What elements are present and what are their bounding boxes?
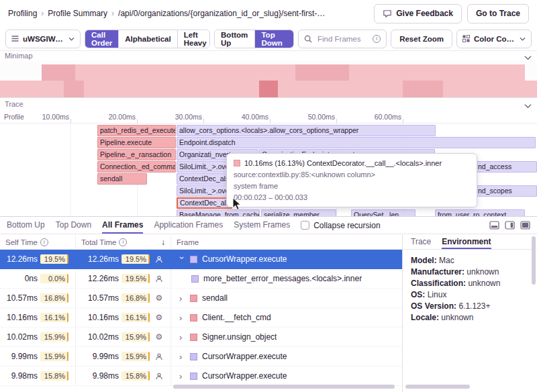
gear-icon: ⚙ xyxy=(154,313,164,322)
self-time-header[interactable]: Self Time i xyxy=(0,235,76,249)
sort-left-heavy-button[interactable]: Left Heavy xyxy=(177,30,210,48)
expand-chevron[interactable]: › xyxy=(177,256,187,262)
self-time-percent: 19.5% xyxy=(40,254,68,264)
detail-field: Locale: unknown xyxy=(411,312,529,324)
flame-frame[interactable]: Endpoint.dispatch xyxy=(177,137,536,148)
breadcrumb-profiling[interactable]: Profiling xyxy=(8,9,37,18)
flame-frame[interactable]: Connection._ed_command xyxy=(97,161,176,173)
table-row[interactable]: 10.02ms 15.9% 10.02ms 15.9% ⚙ › Signer.u… xyxy=(0,328,402,347)
sort-call-order-button[interactable]: Call Order xyxy=(85,30,118,48)
frame-header-label: Frame xyxy=(177,238,199,246)
gridline xyxy=(70,124,71,216)
flame-frame[interactable]: Pipeline._e_ransaction xyxy=(97,149,176,160)
total-time-percent: 15.8% xyxy=(121,371,150,381)
tab-all-frames[interactable]: All Frames xyxy=(102,217,143,234)
detail-field: Model: Mac xyxy=(411,255,529,266)
flame-frame[interactable]: QuerySet._len xyxy=(351,209,416,216)
table-row[interactable]: 10.16ms 16.1% 10.16ms 16.1% ⚙ › Client._… xyxy=(0,308,402,328)
gear-icon: ⚙ xyxy=(154,294,164,302)
expand-chevron[interactable]: › xyxy=(179,293,185,303)
flame-frame[interactable]: SiloLimit._>.over xyxy=(177,185,232,197)
flame-frame[interactable]: BaseManage_from_cache xyxy=(177,209,260,216)
find-frames-search: i xyxy=(298,30,387,48)
flame-chart[interactable]: patch_redis_ed_execute allow_cors_option… xyxy=(0,124,537,216)
field-label: Model: xyxy=(411,256,437,265)
tab-bottom-up[interactable]: Bottom Up xyxy=(7,217,45,234)
sort-alphabetical-button[interactable]: Alphabetical xyxy=(118,30,177,48)
search-info-icon[interactable]: i xyxy=(373,35,381,43)
info-icon[interactable]: i xyxy=(40,238,48,246)
tooltip-time-range: 00:00.023 – 00:00.033 xyxy=(234,193,470,201)
give-feedback-button[interactable]: Give Feedback xyxy=(374,4,462,23)
details-tab-trace[interactable]: Trace xyxy=(411,235,431,249)
table-row[interactable]: 9.99ms 15.9% 9.99ms 15.9% › CursorWrappe… xyxy=(0,347,402,366)
frame-color-swatch xyxy=(190,334,197,341)
expand-chevron[interactable]: › xyxy=(179,371,185,381)
flame-frame[interactable]: allow_cors_options.<locals>.allow_cors_o… xyxy=(177,125,436,136)
go-to-trace-button[interactable]: Go to Trace xyxy=(467,4,529,23)
thread-selector-dropdown[interactable]: uWSGIWor… xyxy=(5,30,81,48)
sort-descending-icon[interactable]: ↓ xyxy=(161,238,165,247)
table-row[interactable]: 12.26ms 19.5% 12.26ms 19.5% › CursorWrap… xyxy=(0,250,402,269)
tooltip-source: source:contextlib.py:85:<unknown column> xyxy=(234,170,470,179)
flame-frame[interactable]: from_user_ro_context xyxy=(435,209,525,216)
flame-frame[interactable]: nd_access xyxy=(475,161,537,173)
user-icon xyxy=(154,352,164,361)
tab-application-frames[interactable]: Application Frames xyxy=(154,217,223,234)
tab-system-frames[interactable]: System Frames xyxy=(234,217,290,234)
self-time-percent: 16.8% xyxy=(40,293,68,303)
field-value: Mac xyxy=(439,256,454,265)
tab-top-down[interactable]: Top Down xyxy=(56,217,91,234)
flame-frame[interactable]: patch_redis_ed_execute xyxy=(97,125,176,136)
flame-frame[interactable]: Pipeline.execute xyxy=(97,137,176,148)
collapse-recursion-label: Collapse recursion xyxy=(313,221,380,230)
reset-zoom-button[interactable]: Reset Zoom xyxy=(391,30,452,48)
thread-selector-value: uWSGIWor… xyxy=(23,35,64,43)
top-actions: Give Feedback Go to Trace xyxy=(374,4,529,23)
dock-right-icon[interactable] xyxy=(505,221,515,230)
color-coding-label: Color Coding xyxy=(474,35,516,43)
detail-field: Manufacturer: unknown xyxy=(411,266,529,278)
color-coding-icon xyxy=(462,35,470,42)
direction-bottom-up-button[interactable]: Bottom Up xyxy=(215,30,254,48)
table-row[interactable]: 0ns 0.0% 12.26ms 19.5% more_better_error… xyxy=(0,269,402,289)
direction-top-down-button[interactable]: Top Down xyxy=(254,30,293,48)
self-time-header-label: Self Time xyxy=(5,238,38,246)
flame-frame[interactable]: serialize_member xyxy=(261,209,336,216)
bottom-main: Self Time i Total Time i ↓ Frame 1 xyxy=(0,235,537,392)
details-tab-environment[interactable]: Environment xyxy=(442,235,491,249)
expand-chevron[interactable]: › xyxy=(179,313,185,323)
collapse-recursion-checkbox[interactable] xyxy=(301,221,309,230)
vertical-scrollbar[interactable] xyxy=(532,236,536,285)
flame-frame-highlighted[interactable]: ContextDec_als>.i xyxy=(177,197,232,209)
flame-frame[interactable]: ContextDec_als>.i xyxy=(177,173,232,185)
horizontal-scrollbar-details[interactable] xyxy=(405,385,470,389)
self-time-value: 10.16ms xyxy=(1,313,38,322)
toolbar: uWSGIWor… Call Order Alphabetical Left H… xyxy=(0,27,537,51)
mouse-cursor xyxy=(232,197,242,213)
color-coding-dropdown[interactable]: Color Coding xyxy=(456,30,532,48)
self-time-percent: 15.9% xyxy=(40,332,68,342)
user-icon xyxy=(154,255,164,264)
minimap-span xyxy=(42,64,75,81)
breadcrumb-profile-summary[interactable]: Profile Summary xyxy=(48,9,107,18)
total-time-value: 10.57ms xyxy=(77,293,119,303)
minimap-canvas[interactable] xyxy=(0,60,537,98)
info-icon[interactable]: i xyxy=(119,238,127,246)
dock-bottom-icon[interactable] xyxy=(489,221,499,230)
table-row[interactable]: 10.57ms 16.8% 10.57ms 16.8% ⚙ › sendall xyxy=(0,289,402,308)
expand-chevron[interactable]: › xyxy=(179,332,185,342)
total-time-value: 10.16ms xyxy=(77,313,119,322)
flame-frame[interactable]: SiloLimit._>.over xyxy=(177,161,232,173)
table-row[interactable]: 9.98ms 15.8% 9.98ms 15.8% › CursorWrappe… xyxy=(0,366,402,386)
frame-header[interactable]: Frame xyxy=(171,235,402,249)
flame-frame[interactable]: sendall xyxy=(97,173,147,185)
search-input[interactable] xyxy=(316,34,369,44)
total-time-header[interactable]: Total Time i ↓ xyxy=(76,235,171,249)
maximize-icon[interactable] xyxy=(520,221,530,230)
expand-chevron[interactable]: › xyxy=(179,352,185,362)
horizontal-scrollbar-table[interactable] xyxy=(173,385,395,389)
collapse-recursion-control: Collapse recursion xyxy=(301,217,380,234)
total-time-value: 10.02ms xyxy=(77,332,119,342)
flame-frame[interactable]: nd_scopes xyxy=(475,185,537,197)
